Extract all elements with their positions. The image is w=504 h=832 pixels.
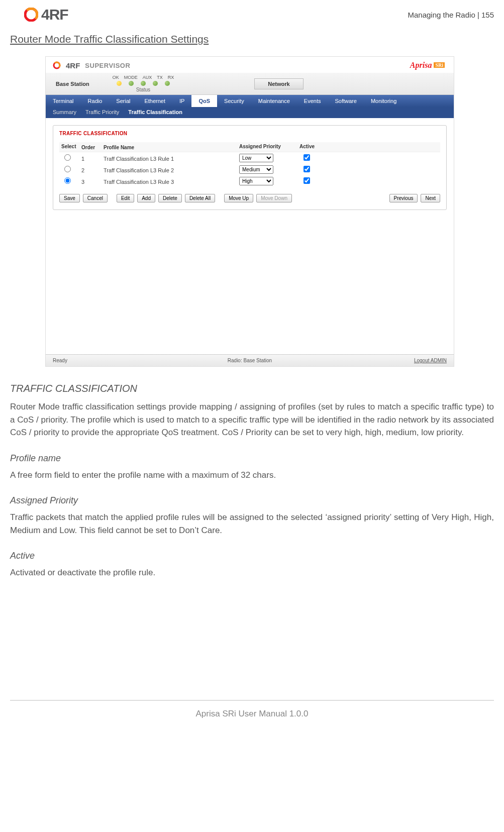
logo-icon [24, 8, 38, 22]
tab-ip[interactable]: IP [172, 95, 191, 107]
page-footer: Aprisa SRi User Manual 1.0.0 [10, 700, 494, 729]
heading-assigned-priority: Assigned Priority [10, 495, 494, 506]
tab-qos[interactable]: QoS [191, 95, 217, 107]
tab-events[interactable]: Events [297, 95, 328, 107]
para-active: Activated or deactivate the profile rule… [10, 566, 494, 579]
previous-button[interactable]: Previous [389, 194, 418, 202]
tab-security[interactable]: Security [217, 95, 251, 107]
table-row: 3Traff Classification L3 Rule 3LowMedium… [59, 175, 440, 187]
page-header-right: Managing the Radio | 155 [408, 11, 494, 19]
led-mode [129, 81, 134, 86]
base-station-label: Base Station [53, 81, 92, 87]
footer-ready: Ready [53, 358, 184, 363]
subtab-summary[interactable]: Summary [53, 109, 76, 115]
tab-terminal[interactable]: Terminal [46, 95, 81, 107]
led-rx [165, 81, 170, 86]
table-header: Select Order Profile Name Assigned Prior… [59, 142, 440, 152]
subtab-traffic-priority[interactable]: Traffic Priority [85, 109, 119, 115]
table-row: 1Traff Classification L3 Rule 1LowMedium… [59, 152, 440, 164]
priority-select[interactable]: LowMediumHighVery High [239, 154, 273, 162]
add-button[interactable]: Add [137, 194, 155, 202]
para-traffic: Router Mode traffic classification setti… [10, 400, 494, 439]
para-profile: A free form field to enter the profile n… [10, 469, 494, 482]
footer-radio: Radio: Base Station [184, 358, 315, 363]
sv-brand-text: 4RF [66, 61, 80, 70]
tab-ethernet[interactable]: Ethernet [137, 95, 172, 107]
active-checkbox[interactable] [304, 177, 310, 184]
panel-title: TRAFFIC CLASSIFICATION [59, 131, 440, 136]
tab-software[interactable]: Software [328, 95, 363, 107]
save-button[interactable]: Save [59, 194, 80, 202]
delete-all-button[interactable]: Delete All [185, 194, 215, 202]
move-up-button[interactable]: Move Up [224, 194, 253, 202]
section-title: Router Mode Traffic Classification Setti… [10, 33, 494, 45]
led-ok [117, 81, 122, 86]
edit-button[interactable]: Edit [117, 194, 134, 202]
row-select-radio[interactable] [64, 177, 71, 184]
led-tx [153, 81, 158, 86]
priority-select[interactable]: LowMediumHighVery High [239, 165, 273, 174]
tab-serial[interactable]: Serial [109, 95, 137, 107]
heading-traffic-classification: TRAFFIC CLASSIFICATION [10, 383, 494, 394]
row-select-radio[interactable] [64, 166, 71, 172]
sv-logo-icon [53, 61, 61, 69]
sv-brand: 4RF SUPERVISOR [53, 61, 130, 70]
move-down-button[interactable]: Move Down [256, 194, 292, 202]
logo-text: 4RF [41, 6, 68, 23]
aprisa-logo: Aprisa SRi [410, 61, 445, 70]
tab-radio[interactable]: Radio [81, 95, 110, 107]
cancel-button[interactable]: Cancel [83, 194, 108, 202]
next-button[interactable]: Next [421, 194, 440, 202]
subtab-traffic-classification[interactable]: Traffic Classification [128, 109, 182, 115]
status-label: Status [136, 87, 150, 92]
para-assigned: Traffic packets that match the applied p… [10, 511, 494, 537]
row-select-radio[interactable] [64, 154, 71, 161]
brand-logo: 4RF [24, 6, 68, 23]
heading-profile-name: Profile name [10, 453, 494, 464]
delete-button[interactable]: Delete [158, 194, 182, 202]
sub-nav: SummaryTraffic PriorityTraffic Classific… [46, 107, 454, 118]
priority-select[interactable]: LowMediumHighVery High [239, 177, 273, 185]
tab-maintenance[interactable]: Maintenance [251, 95, 297, 107]
supervisor-screenshot: 4RF SUPERVISOR Aprisa SRi Base Station O… [45, 56, 454, 367]
tab-monitoring[interactable]: Monitoring [364, 95, 404, 107]
table-row: 2Traff Classification L3 Rule 2LowMedium… [59, 164, 440, 175]
heading-active: Active [10, 551, 494, 561]
active-checkbox[interactable] [304, 154, 310, 161]
led-aux [141, 81, 146, 86]
main-nav: TerminalRadioSerialEthernetIPQoSSecurity… [46, 95, 454, 107]
active-checkbox[interactable] [304, 166, 310, 172]
logout-link[interactable]: Logout ADMIN [316, 358, 447, 363]
network-button[interactable]: Network [254, 78, 303, 89]
status-leds: OK MODE AUX TX RX [113, 75, 174, 92]
sv-brand-sup: SUPERVISOR [85, 62, 130, 69]
